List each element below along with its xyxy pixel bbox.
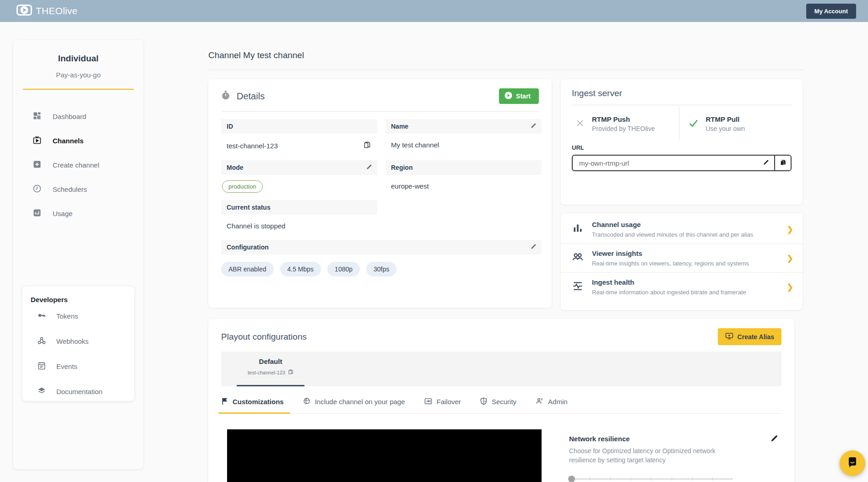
shield-icon [480, 397, 487, 406]
add-screen-icon [725, 332, 733, 341]
network-resilience-description: Choose for Optimized latency or Optimize… [569, 446, 725, 465]
edit-configuration-button[interactable] [530, 243, 537, 251]
sidebar-item-label: Webhooks [56, 337, 89, 345]
field-configuration-label: Configuration [227, 244, 269, 251]
field-region-label: Region [391, 164, 412, 171]
webhook-icon [37, 336, 46, 347]
slider-tick [672, 477, 672, 481]
field-mode-label: Mode [227, 164, 244, 171]
edit-url-button[interactable] [758, 156, 774, 170]
ingest-health-link[interactable]: Ingest health Real-time information abou… [561, 272, 803, 301]
sidebar-item-webhooks[interactable]: Webhooks [31, 329, 134, 354]
sidebar: Individual Pay-as-you-go Dashboard Chann… [13, 40, 143, 469]
slider-tick [651, 477, 651, 481]
play-circle-icon [505, 92, 512, 101]
admin-person-icon [536, 397, 543, 406]
alias-name: Default [237, 357, 304, 365]
sidebar-item-tokens[interactable]: Tokens [31, 303, 134, 329]
playout-title: Playout configurations [221, 332, 307, 342]
sidebar-nav: Dashboard Channels Create channel Schedu… [13, 104, 143, 226]
page-title-section: Channel My test channel [208, 50, 804, 70]
channel-usage-link[interactable]: Channel usage Transcoded and viewed minu… [561, 215, 803, 244]
my-account-button[interactable]: My Account [806, 4, 856, 19]
people-icon [572, 251, 584, 265]
mode-badge: production [222, 180, 263, 193]
sidebar-item-events[interactable]: Events [31, 354, 134, 379]
tab-customizations[interactable]: Customizations [221, 390, 284, 414]
start-button-label: Start [516, 92, 531, 100]
sidebar-item-label: Schedulers [53, 185, 87, 193]
sidebar-item-label: Tokens [56, 312, 78, 320]
rtmp-push-option[interactable]: RTMP Push Provided by THEOlive [572, 107, 679, 141]
check-icon [689, 119, 699, 130]
playout-subtabs: Customizations Include channel on your p… [221, 390, 781, 414]
brand-logo[interactable]: THEOlive [16, 5, 77, 17]
video-preview[interactable] [227, 429, 542, 482]
url-field-group [572, 155, 792, 171]
chevron-right-icon: ❯ [787, 225, 793, 234]
network-resilience-title: Network resilience [569, 435, 781, 443]
link-subtitle: Transcoded and viewed minutes of this ch… [592, 231, 779, 238]
copy-icon [363, 141, 371, 150]
copy-alias-id-button[interactable] [288, 369, 293, 376]
bar-chart-icon [572, 222, 584, 236]
active-alias-underline [237, 385, 304, 386]
field-status-value: Channel is stopped [227, 222, 285, 230]
field-status-label: Current status [227, 204, 271, 211]
chevron-right-icon: ❯ [787, 254, 793, 263]
slider-tick [692, 477, 693, 481]
sidebar-item-label: Create channel [53, 161, 99, 169]
sidebar-item-label: Usage [53, 210, 72, 217]
tab-label: Security [492, 398, 516, 406]
tab-failover[interactable]: Failover [424, 390, 461, 414]
create-alias-label: Create Alias [738, 333, 774, 341]
sidebar-item-dashboard[interactable]: Dashboard [13, 104, 143, 129]
slider-tick [590, 477, 590, 481]
copy-id-button[interactable] [363, 141, 371, 150]
page-title: Channel My test channel [208, 50, 804, 60]
tab-admin[interactable]: Admin [536, 390, 568, 414]
url-input[interactable] [573, 156, 758, 170]
sidebar-item-schedulers[interactable]: Schedulers [13, 177, 143, 201]
sidebar-item-create-channel[interactable]: Create channel [13, 153, 143, 177]
rtmp-pull-option[interactable]: RTMP Pull Use your own [679, 107, 792, 141]
field-id: ID test-channel-123 [221, 119, 377, 154]
copy-url-button[interactable] [774, 156, 791, 170]
details-card: Details Start ID test-channel-123 Name [208, 79, 552, 308]
chat-launcher-button[interactable] [840, 450, 865, 476]
rtmp-push-subtitle: Provided by THEOlive [592, 125, 655, 132]
field-name-label: Name [391, 123, 408, 130]
channel-links-card: Channel usage Transcoded and viewed minu… [561, 213, 803, 310]
edit-mode-button[interactable] [366, 163, 373, 172]
alias-tab-strip: Default test-channel-123 [221, 352, 781, 386]
tab-include-channel[interactable]: Include channel on your page [303, 390, 405, 414]
field-id-label: ID [227, 123, 233, 130]
sidebar-item-label: Events [56, 363, 77, 370]
plan-divider [23, 89, 134, 90]
sidebar-item-label: Dashboard [53, 113, 86, 120]
field-name-value: My test channel [391, 141, 439, 149]
create-alias-button[interactable]: Create Alias [718, 328, 781, 345]
start-channel-button[interactable]: Start [499, 88, 539, 104]
sidebar-item-usage[interactable]: Usage [13, 201, 143, 226]
flag-icon [221, 397, 228, 406]
pencil-icon [530, 243, 537, 251]
developers-card: Developers Tokens Webhooks Events Docume… [22, 287, 134, 401]
sidebar-item-documentation[interactable]: Documentation [31, 379, 134, 404]
play-bracket-icon [16, 5, 32, 17]
alias-tab-default[interactable]: Default test-channel-123 [237, 352, 304, 386]
config-chip: 4.5 Mbps [280, 262, 321, 276]
slider-handle[interactable] [568, 476, 575, 482]
edit-name-button[interactable] [530, 122, 537, 130]
tab-security[interactable]: Security [480, 390, 516, 414]
link-title: Channel usage [592, 221, 779, 228]
details-divider [221, 111, 539, 112]
failover-icon [424, 398, 432, 406]
sidebar-item-channels[interactable]: Channels [13, 129, 143, 153]
edit-network-resilience-button[interactable] [770, 434, 779, 444]
latency-slider[interactable] [569, 476, 733, 482]
tab-label: Customizations [233, 398, 284, 406]
pencil-icon [763, 159, 770, 167]
stopwatch-icon [221, 90, 230, 102]
viewer-insights-link[interactable]: Viewer insights Real-time insights on vi… [561, 244, 803, 272]
